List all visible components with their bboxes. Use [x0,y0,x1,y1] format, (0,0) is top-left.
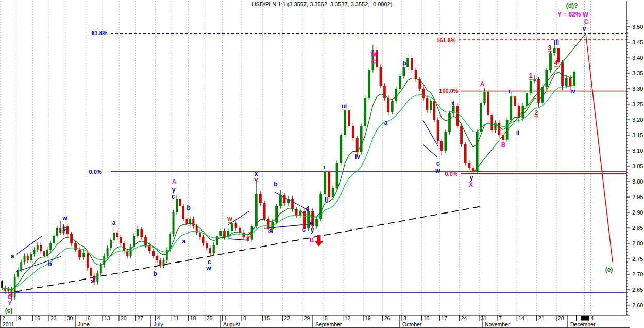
candle [37,242,39,252]
candle-body [487,92,489,115]
candle-body [209,248,211,253]
date-label: 19 [365,315,371,321]
month-label: December [570,321,596,327]
candle [66,224,69,237]
date-label: 28 [558,315,564,321]
fib-label: 100.0% [439,88,459,94]
date-label: 21 [538,315,545,321]
candle-body [569,78,572,86]
candle-body [116,233,118,237]
candle [530,78,532,96]
candle [430,99,432,113]
month-label: July [154,321,163,327]
wave-label: a [269,227,273,235]
candle-body [263,203,266,219]
candle-body [565,78,568,86]
candle [433,99,435,122]
candle-body [411,58,413,70]
candle [411,55,413,73]
candle [30,252,32,263]
candle [243,230,245,240]
date-label: 22 [284,315,290,321]
candle [110,238,112,251]
candle [533,75,536,84]
date-label: 2 [2,315,5,321]
candle [291,196,294,212]
green-trendline [473,34,586,172]
candle [126,249,128,258]
candle-body [213,245,215,253]
candle [391,99,394,114]
candle [113,227,115,243]
candle [206,241,208,251]
wave-label: y [311,226,314,234]
candle-body [56,228,58,236]
wave-label: y [172,186,176,193]
candle-body [159,260,161,266]
date-label: 27 [137,315,143,321]
candle-body [476,132,479,171]
candle-body [391,101,394,112]
candle-body [152,251,155,256]
candle [456,103,459,128]
candle [17,267,19,279]
candle-body [348,110,350,126]
month-label: October [402,321,422,327]
candle-body [352,126,354,138]
date-label: 16 [34,315,40,321]
candle-body [291,199,294,209]
candle [487,89,489,118]
wave-label: A [172,178,177,185]
candle [140,227,143,240]
candle-body [223,231,226,237]
candle [156,253,158,263]
candle [418,77,421,91]
candle-body [440,141,443,151]
candle-body [37,245,39,250]
candle [223,228,226,240]
candle-body [179,199,181,206]
candle [336,160,338,190]
candle [59,221,61,235]
month-label: November [485,321,510,327]
y-axis-label: 3.10 [632,147,643,154]
candle-body [255,194,258,226]
candle [422,86,425,101]
candle [287,196,290,206]
candle-body [283,195,286,203]
wave-label: x [91,277,94,285]
date-label: 8 [243,315,246,321]
candle-body [514,96,516,106]
candle-body [156,256,158,260]
date-label: 15 [264,315,270,321]
candle [40,242,42,254]
candle [163,258,165,268]
wave-label: 1 [529,72,533,79]
wave-label: w [227,215,232,222]
candle [116,230,118,240]
wave-label: c [436,160,440,167]
candle [440,139,443,155]
candle-body [49,243,52,250]
candle-body [510,96,512,120]
candle-body [533,79,536,81]
candle [399,74,401,91]
candle-body [468,163,470,168]
candle-body [553,48,556,53]
wave-label: b [274,181,277,188]
fib-label: 0.0% [445,171,457,177]
candle [472,165,474,173]
candle-body [199,233,201,237]
month-label: June [78,321,90,327]
candle-body [20,262,22,270]
candle-body [332,188,334,197]
candle-body [530,81,532,93]
candle [364,95,366,128]
wave-label: Y = 62% W [557,11,589,18]
candle [283,193,286,206]
candle-body [231,223,233,231]
candle [56,225,58,238]
candle-body [275,206,278,222]
wave-label: v [583,25,586,32]
candle-body [87,253,89,268]
